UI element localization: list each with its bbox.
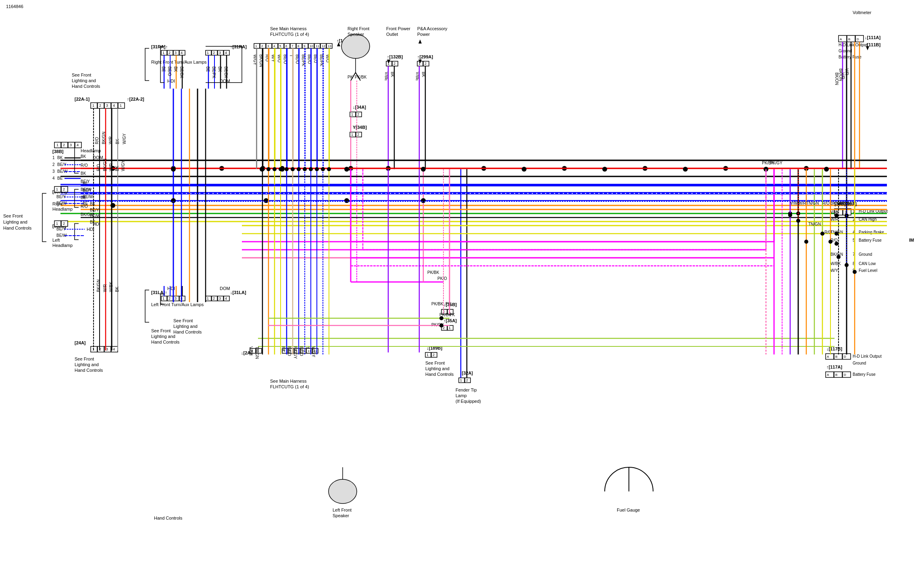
svg-text:2: 2 xyxy=(425,62,427,66)
31ra-right-label: ↑[31RA] xyxy=(230,44,247,49)
see-front-right-bottom: See Front xyxy=(425,361,445,365)
svg-marker-402 xyxy=(418,39,422,44)
svg-text:Hand Controls: Hand Controls xyxy=(75,368,103,373)
svg-text:PK: PK xyxy=(281,346,285,352)
svg-point-500 xyxy=(439,323,443,327)
svg-text:Battery Fuse: Battery Fuse xyxy=(839,55,862,59)
svg-text:2: 2 xyxy=(261,44,263,48)
svg-text:10: 10 xyxy=(310,44,313,48)
headlamp-label: Headlamp xyxy=(81,148,101,153)
can-low-label: CAN Low xyxy=(859,261,876,266)
svg-text:3: 3 xyxy=(106,347,108,351)
svg-text:BK: BK xyxy=(218,66,222,72)
svg-text:H-D Link Output: H-D Link Output xyxy=(853,354,882,358)
svg-text:BK: BK xyxy=(57,155,63,160)
right-headlamp-label2: Headlamp xyxy=(52,207,73,211)
svg-text:B: B xyxy=(848,37,850,41)
svg-text:1: 1 xyxy=(56,222,58,226)
svg-text:W/GY: W/GY xyxy=(311,346,316,357)
svg-point-353 xyxy=(421,167,426,172)
pa-accessory-power-label: P&A Accessory xyxy=(417,26,447,31)
svg-text:W/R: W/R xyxy=(103,284,107,292)
svg-text:FLHTCUTG (1 of 4): FLHTCUTG (1 of 4) xyxy=(270,32,309,37)
svg-text:Power: Power xyxy=(417,32,430,37)
svg-point-465 xyxy=(788,213,792,217)
svg-text:2: 2 xyxy=(466,378,468,382)
svg-point-432 xyxy=(303,167,307,171)
svg-text:1: 1 xyxy=(120,104,122,108)
svg-text:T: T xyxy=(305,346,310,349)
svg-point-356 xyxy=(683,167,688,172)
svg-text:PK/BK: PK/BK xyxy=(355,75,367,79)
svg-text:3: 3 xyxy=(175,296,177,300)
svg-text:1: 1 xyxy=(56,187,58,191)
svg-text:BK: BK xyxy=(173,66,178,72)
svg-point-467 xyxy=(820,232,824,236)
main-harness-bottom-label: See Main Harness xyxy=(270,379,307,383)
svg-text:BK/GN: BK/GN xyxy=(103,159,107,171)
svg-text:2: 2 xyxy=(393,62,395,66)
svg-text:2: 2 xyxy=(213,296,215,300)
svg-point-468 xyxy=(828,240,832,244)
dom-label-left: DOM xyxy=(93,155,103,160)
31la-right-label: ↓[31LA] xyxy=(230,290,246,295)
svg-text:2: 2 xyxy=(63,143,65,147)
svg-text:BE: BE xyxy=(57,176,63,180)
left-front-turn-label: Left Front Turn/Aux Lamps xyxy=(151,302,204,307)
svg-text:Lighting and: Lighting and xyxy=(425,366,450,371)
svg-text:1: 1 xyxy=(162,51,164,55)
svg-point-435 xyxy=(321,167,325,171)
wiring-diagram: 1164846 See Fr xyxy=(0,0,924,574)
svg-text:BE/Y: BE/Y xyxy=(56,227,66,231)
svg-text:1: 1 xyxy=(52,155,55,160)
svg-text:Lamp: Lamp xyxy=(456,393,467,398)
battery-fuse-fuel-label: Battery Fuse xyxy=(853,372,876,377)
svg-point-430 xyxy=(291,167,295,171)
right-front-speaker-label: Right Front xyxy=(348,26,369,31)
svg-text:BK: BK xyxy=(115,166,119,171)
svg-text:BK: BK xyxy=(81,171,86,176)
svg-text:A: A xyxy=(840,37,842,41)
svg-text:R/O: R/O xyxy=(95,137,99,144)
svg-text:W/Y: W/Y xyxy=(830,268,838,273)
svg-text:Outlet: Outlet xyxy=(386,32,398,37)
svg-text:BE: BE xyxy=(206,66,210,72)
svg-point-360 xyxy=(264,198,268,203)
svg-text:V/R: V/R xyxy=(845,68,849,75)
svg-text:W/R: W/R xyxy=(109,164,113,171)
svg-text:3: 3 xyxy=(219,296,221,300)
svg-point-470 xyxy=(845,263,849,267)
svg-text:R/O: R/O xyxy=(81,163,88,168)
svg-text:BE/PK: BE/PK xyxy=(212,66,216,79)
svg-point-362 xyxy=(421,198,426,203)
left-headlamp-label2: Headlamp xyxy=(52,243,73,248)
svg-text:2: 2 xyxy=(433,353,435,357)
svg-text:BE/Y: BE/Y xyxy=(90,208,99,212)
svg-text:1: 1 xyxy=(92,104,94,108)
svg-text:BK/GN: BK/GN xyxy=(830,252,843,257)
svg-text:6: 6 xyxy=(285,44,287,48)
svg-point-354 xyxy=(522,167,527,172)
svg-point-428 xyxy=(279,167,283,171)
svg-text:12: 12 xyxy=(322,44,325,48)
svg-text:B: B xyxy=(835,355,837,358)
svg-text:1: 1 xyxy=(351,133,353,137)
svg-text:W/GY: W/GY xyxy=(122,133,127,144)
svg-text:A: A xyxy=(827,373,829,377)
svg-text:BE/Y: BE/Y xyxy=(56,195,66,199)
svg-point-434 xyxy=(315,167,319,171)
31ra-left-label: [31RA]↑ xyxy=(151,44,168,49)
svg-point-361 xyxy=(344,198,349,203)
svg-text:W/GY: W/GY xyxy=(121,160,125,171)
svg-text:3: 3 xyxy=(267,44,269,48)
svg-text:(If Equipped): (If Equipped) xyxy=(456,399,481,404)
svg-text:PK/GY: PK/GY xyxy=(770,161,782,165)
svg-text:4: 4 xyxy=(273,44,275,48)
svg-text:Lighting and: Lighting and xyxy=(173,324,198,329)
24a-label: [24A] xyxy=(75,340,86,345)
svg-point-281 xyxy=(835,213,839,218)
svg-text:4: 4 xyxy=(52,176,55,180)
svg-text:BE/BK: BE/BK xyxy=(224,66,228,79)
svg-text:Hand Controls: Hand Controls xyxy=(72,84,100,89)
fender-tip-lamp-label: Fender Tip xyxy=(456,388,477,392)
